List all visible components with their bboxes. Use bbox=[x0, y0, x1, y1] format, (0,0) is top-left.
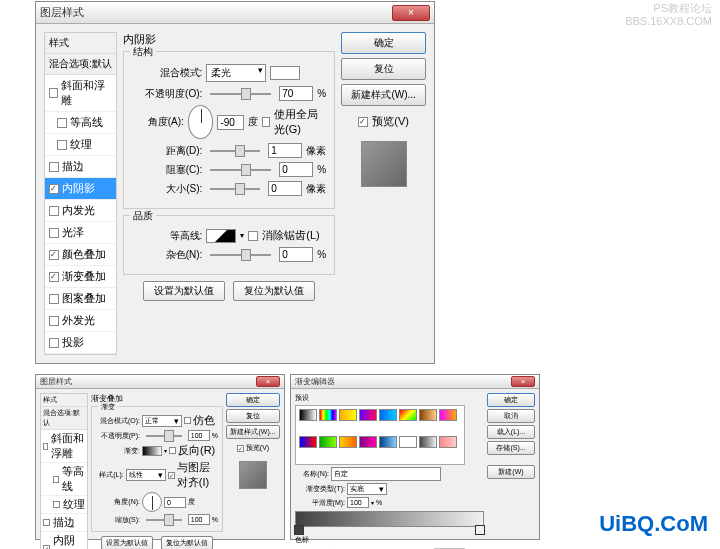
style-item[interactable]: 纹理 bbox=[45, 134, 116, 156]
gradient-preset[interactable] bbox=[339, 409, 357, 421]
style-item[interactable]: 斜面和浮雕 bbox=[45, 75, 116, 112]
style-checkbox[interactable] bbox=[53, 501, 60, 508]
style-item[interactable]: 等高线 bbox=[45, 112, 116, 134]
gradient-preset[interactable] bbox=[359, 409, 377, 421]
gradient-type-dropdown[interactable]: 实底 bbox=[347, 483, 387, 495]
blend-mode-dropdown[interactable]: 正常 bbox=[142, 415, 182, 427]
style-item[interactable]: 光泽 bbox=[45, 222, 116, 244]
dither-checkbox[interactable] bbox=[184, 417, 191, 424]
style-checkbox[interactable] bbox=[49, 250, 59, 260]
new-button[interactable]: 新建(W) bbox=[487, 465, 535, 479]
style-item[interactable]: 等高线 bbox=[41, 463, 87, 496]
ok-button[interactable]: 确定 bbox=[226, 393, 280, 407]
style-checkbox[interactable] bbox=[57, 140, 67, 150]
style-item[interactable]: 描边 bbox=[41, 514, 87, 532]
style-checkbox[interactable] bbox=[49, 294, 59, 304]
noise-slider[interactable] bbox=[210, 254, 271, 256]
style-checkbox[interactable] bbox=[49, 228, 59, 238]
style-checkbox[interactable] bbox=[49, 162, 59, 172]
cancel-button[interactable]: 取消 bbox=[487, 409, 535, 423]
reset-default-button[interactable]: 复位为默认值 bbox=[161, 536, 213, 549]
gradient-preset[interactable] bbox=[299, 436, 317, 448]
opacity-slider[interactable] bbox=[210, 93, 271, 95]
new-style-button[interactable]: 新建样式(W)... bbox=[226, 425, 280, 439]
style-checkbox[interactable] bbox=[57, 118, 67, 128]
make-default-button[interactable]: 设置为默认值 bbox=[101, 536, 153, 549]
close-icon[interactable]: × bbox=[256, 376, 280, 387]
style-item[interactable]: 内阴影 bbox=[41, 532, 87, 549]
reverse-checkbox[interactable] bbox=[169, 447, 176, 454]
titlebar[interactable]: 图层样式 × bbox=[36, 2, 434, 24]
opacity-input[interactable]: 70 bbox=[279, 86, 313, 101]
gradient-preset[interactable] bbox=[379, 409, 397, 421]
style-item[interactable]: 内发光 bbox=[45, 200, 116, 222]
close-icon[interactable]: × bbox=[392, 5, 430, 21]
gradient-preset[interactable] bbox=[399, 436, 417, 448]
align-checkbox[interactable] bbox=[168, 472, 175, 479]
angle-input[interactable]: -90 bbox=[217, 115, 244, 130]
choke-slider[interactable] bbox=[210, 169, 271, 171]
gradient-picker[interactable] bbox=[142, 446, 162, 456]
gradient-style-dropdown[interactable]: 线性 bbox=[126, 469, 166, 481]
ok-button[interactable]: 确定 bbox=[341, 32, 426, 54]
style-checkbox[interactable] bbox=[49, 206, 59, 216]
noise-input[interactable]: 0 bbox=[279, 247, 313, 262]
style-item[interactable]: 斜面和浮雕 bbox=[41, 430, 87, 463]
size-slider[interactable] bbox=[210, 188, 260, 190]
load-button[interactable]: 载入(L)... bbox=[487, 425, 535, 439]
gradient-preset[interactable] bbox=[419, 409, 437, 421]
make-default-button[interactable]: 设置为默认值 bbox=[143, 281, 225, 301]
gradient-preset[interactable] bbox=[439, 436, 457, 448]
gradient-preset[interactable] bbox=[359, 436, 377, 448]
size-input[interactable]: 0 bbox=[268, 181, 302, 196]
style-checkbox[interactable] bbox=[43, 519, 50, 526]
style-item[interactable]: 图案叠加 bbox=[45, 288, 116, 310]
new-style-button[interactable]: 新建样式(W)... bbox=[341, 84, 426, 106]
contour-picker[interactable] bbox=[206, 229, 236, 243]
gradient-preset[interactable] bbox=[299, 409, 317, 421]
choke-input[interactable]: 0 bbox=[279, 162, 313, 177]
styles-header[interactable]: 样式 bbox=[45, 33, 116, 54]
style-checkbox[interactable] bbox=[49, 184, 59, 194]
shadow-color-swatch[interactable] bbox=[270, 66, 300, 80]
blend-options[interactable]: 混合选项:默认 bbox=[45, 54, 116, 75]
gradient-preset[interactable] bbox=[399, 409, 417, 421]
style-item[interactable]: 纹理 bbox=[41, 496, 87, 514]
save-button[interactable]: 存储(S)... bbox=[487, 441, 535, 455]
style-item[interactable]: 投影 bbox=[45, 332, 116, 354]
style-item[interactable]: 渐变叠加 bbox=[45, 266, 116, 288]
style-item[interactable]: 描边 bbox=[45, 156, 116, 178]
style-item[interactable]: 内阴影 bbox=[45, 178, 116, 200]
distance-slider[interactable] bbox=[210, 150, 260, 152]
style-item[interactable]: 颜色叠加 bbox=[45, 244, 116, 266]
opacity-slider[interactable] bbox=[146, 435, 182, 437]
gradient-preset[interactable] bbox=[419, 436, 437, 448]
gradient-preset[interactable] bbox=[339, 436, 357, 448]
style-checkbox[interactable] bbox=[49, 272, 59, 282]
gradient-preset[interactable] bbox=[319, 409, 337, 421]
gradient-preset[interactable] bbox=[319, 436, 337, 448]
blend-mode-dropdown[interactable]: 柔光 bbox=[206, 64, 266, 82]
preview-checkbox[interactable] bbox=[237, 445, 244, 452]
cancel-button[interactable]: 复位 bbox=[226, 409, 280, 423]
cancel-button[interactable]: 复位 bbox=[341, 58, 426, 80]
style-checkbox[interactable] bbox=[43, 545, 50, 550]
style-item[interactable]: 外发光 bbox=[45, 310, 116, 332]
gradient-name-input[interactable]: 自定 bbox=[331, 467, 441, 481]
titlebar[interactable]: 渐变编辑器 × bbox=[291, 375, 539, 389]
global-light-checkbox[interactable] bbox=[262, 117, 270, 127]
style-checkbox[interactable] bbox=[53, 476, 59, 483]
angle-wheel[interactable] bbox=[188, 105, 214, 139]
gradient-preset[interactable] bbox=[439, 409, 457, 421]
titlebar[interactable]: 图层样式 × bbox=[36, 375, 284, 389]
preview-checkbox[interactable] bbox=[358, 117, 368, 127]
reset-default-button[interactable]: 复位为默认值 bbox=[233, 281, 315, 301]
close-icon[interactable]: × bbox=[511, 376, 535, 387]
style-checkbox[interactable] bbox=[49, 338, 59, 348]
style-checkbox[interactable] bbox=[49, 316, 59, 326]
distance-input[interactable]: 1 bbox=[268, 143, 302, 158]
gradient-preset[interactable] bbox=[379, 436, 397, 448]
smoothness-input[interactable]: 100 bbox=[347, 497, 369, 508]
angle-wheel[interactable] bbox=[142, 492, 162, 512]
ok-button[interactable]: 确定 bbox=[487, 393, 535, 407]
